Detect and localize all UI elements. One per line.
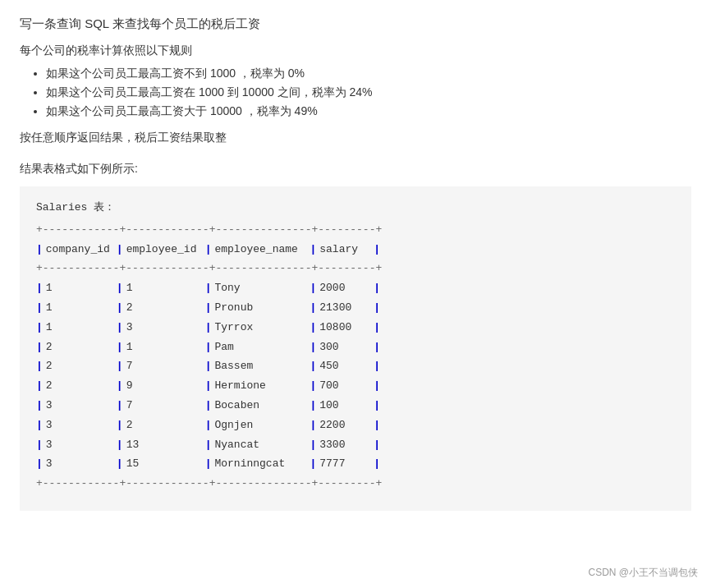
cell-salary: 7777 bbox=[316, 455, 374, 474]
cell-salary: 700 bbox=[316, 377, 374, 396]
pipe: | bbox=[117, 300, 123, 317]
pipe: | bbox=[117, 397, 123, 415]
pipe: | bbox=[117, 319, 123, 337]
pipe: | bbox=[205, 378, 212, 395]
cell-salary: 10800 bbox=[316, 319, 374, 338]
pipe: | bbox=[36, 241, 43, 259]
cell-company: 1 bbox=[43, 279, 117, 298]
pipe: | bbox=[310, 417, 316, 434]
pipe: | bbox=[374, 319, 380, 337]
code-block: Salaries 表： +------------+-------------+… bbox=[20, 186, 691, 511]
rule-item-2: 如果这个公司员工最高工资在 1000 到 10000 之间，税率为 24% bbox=[46, 85, 691, 100]
pipe: | bbox=[36, 437, 43, 454]
pipe: | bbox=[374, 241, 380, 259]
table-rows-container: | 1| 1| Tony| 2000|| 1| 2| Pronub| 21300… bbox=[36, 279, 675, 474]
pipe: | bbox=[36, 358, 43, 375]
pipe: | bbox=[310, 437, 316, 454]
pipe: | bbox=[205, 456, 212, 473]
pipe: | bbox=[117, 456, 123, 473]
cell-name: Pam bbox=[211, 338, 310, 357]
rule-item-1: 如果这个公司员工最高工资不到 1000 ，税率为 0% bbox=[46, 67, 691, 81]
table-header-row: | company_id | employee_id | employee_na… bbox=[36, 241, 675, 260]
table-row: | 3| 7| Bocaben| 100| bbox=[36, 397, 675, 416]
pipe: | bbox=[374, 300, 380, 317]
table-row: | 1| 3| Tyrrox| 10800| bbox=[36, 319, 675, 338]
note-text: 按任意顺序返回结果，税后工资结果取整 bbox=[20, 131, 691, 145]
pipe: | bbox=[374, 456, 380, 473]
cell-employee: 7 bbox=[123, 357, 205, 376]
pipe: | bbox=[205, 437, 212, 454]
main-title: 写一条查询 SQL 来查找每个员工的税后工资 bbox=[20, 16, 691, 32]
pipe: | bbox=[374, 358, 380, 375]
cell-company: 1 bbox=[43, 319, 117, 338]
pipe: | bbox=[374, 417, 380, 434]
pipe: | bbox=[374, 280, 380, 297]
pipe: | bbox=[310, 456, 316, 473]
pipe: | bbox=[117, 437, 123, 454]
pipe: | bbox=[36, 378, 43, 395]
header-name: employee_name bbox=[211, 241, 310, 260]
cell-name: Tony bbox=[211, 279, 310, 298]
cell-company: 3 bbox=[43, 397, 117, 416]
cell-employee: 9 bbox=[123, 377, 205, 396]
table-row: | 2| 1| Pam| 300| bbox=[36, 338, 675, 357]
pipe: | bbox=[310, 241, 316, 259]
pipe: | bbox=[117, 241, 123, 259]
table-row: | 1| 1| Tony| 2000| bbox=[36, 279, 675, 298]
cell-name: Bassem bbox=[211, 357, 310, 376]
cell-employee: 13 bbox=[123, 436, 205, 455]
table-row: | 1| 2| Pronub| 21300| bbox=[36, 299, 675, 318]
header-salary: salary bbox=[316, 241, 374, 260]
cell-name: Pronub bbox=[211, 299, 310, 318]
cell-name: Nyancat bbox=[211, 436, 310, 455]
cell-salary: 21300 bbox=[316, 299, 374, 318]
cell-name: Hermione bbox=[211, 377, 310, 396]
pipe: | bbox=[205, 358, 212, 375]
pipe: | bbox=[205, 280, 212, 297]
cell-company: 3 bbox=[43, 416, 117, 435]
cell-company: 1 bbox=[43, 299, 117, 318]
header-employee: employee_id bbox=[123, 241, 205, 260]
pipe: | bbox=[117, 417, 123, 434]
table-row: | 3| 2| Ognjen| 2200| bbox=[36, 416, 675, 435]
pipe: | bbox=[36, 397, 43, 415]
cell-name: Ognjen bbox=[211, 416, 310, 435]
cell-employee: 7 bbox=[123, 397, 205, 416]
divider-header: +------------+-------------+------------… bbox=[36, 260, 675, 278]
pipe: | bbox=[36, 417, 43, 434]
cell-salary: 3300 bbox=[316, 436, 374, 455]
section-title: 每个公司的税率计算依照以下规则 bbox=[20, 44, 691, 58]
table-name-label: Salaries 表： bbox=[36, 200, 675, 217]
result-label: 结果表格式如下例所示: bbox=[20, 162, 691, 177]
pipe: | bbox=[310, 358, 316, 375]
pipe: | bbox=[374, 378, 380, 395]
pipe: | bbox=[205, 300, 212, 317]
divider-bottom: +------------+-------------+------------… bbox=[36, 475, 675, 493]
pipe: | bbox=[205, 241, 212, 259]
pipe: | bbox=[310, 397, 316, 415]
header-company: company_id bbox=[43, 241, 117, 260]
pipe: | bbox=[310, 339, 316, 356]
table-row: | 2| 9| Hermione| 700| bbox=[36, 377, 675, 396]
pipe: | bbox=[36, 456, 43, 473]
pipe: | bbox=[117, 339, 123, 356]
cell-salary: 450 bbox=[316, 357, 374, 376]
cell-employee: 1 bbox=[123, 279, 205, 298]
pipe: | bbox=[310, 378, 316, 395]
pipe: | bbox=[374, 397, 380, 415]
pipe: | bbox=[36, 300, 43, 317]
cell-salary: 100 bbox=[316, 397, 374, 416]
pipe: | bbox=[205, 339, 212, 356]
rule-item-3: 如果这个公司员工最高工资大于 10000 ，税率为 49% bbox=[46, 104, 691, 119]
cell-company: 2 bbox=[43, 377, 117, 396]
table-row: | 3| 15| Morninngcat| 7777| bbox=[36, 455, 675, 474]
pipe: | bbox=[374, 437, 380, 454]
rules-list: 如果这个公司员工最高工资不到 1000 ，税率为 0% 如果这个公司员工最高工资… bbox=[20, 67, 691, 119]
cell-salary: 300 bbox=[316, 338, 374, 357]
table-row: | 3| 13| Nyancat| 3300| bbox=[36, 436, 675, 455]
cell-employee: 15 bbox=[123, 455, 205, 474]
table-row: | 2| 7| Bassem| 450| bbox=[36, 357, 675, 376]
pipe: | bbox=[310, 280, 316, 297]
pipe: | bbox=[117, 280, 123, 297]
divider-top: +------------+-------------+------------… bbox=[36, 222, 675, 239]
